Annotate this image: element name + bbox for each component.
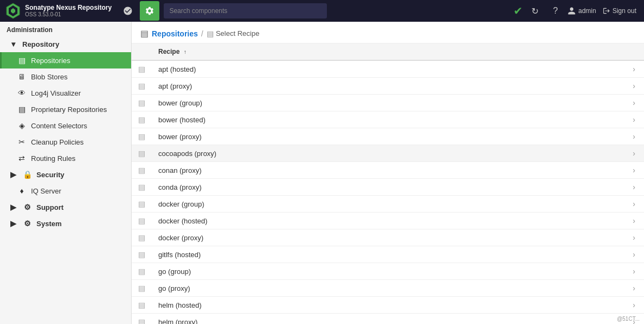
chevron-right-icon: ▶ xyxy=(8,170,18,179)
sidebar-item-system[interactable]: ▶ ⚙ System xyxy=(0,215,131,232)
row-chevron[interactable]: › xyxy=(622,111,644,128)
row-chevron[interactable]: › xyxy=(622,128,644,145)
row-recipe-name: apt (hosted) xyxy=(152,60,622,78)
table-row[interactable]: ▤apt (hosted)› xyxy=(132,60,644,78)
main-layout: Administration ▾ Repository ▤ Repositori… xyxy=(0,22,644,324)
sidebar-item-content-selectors[interactable]: ◈ Content Selectors xyxy=(0,117,131,134)
browse-button[interactable] xyxy=(118,1,138,21)
signout-icon xyxy=(603,7,610,15)
sidebar-item-label: Cleanup Policies xyxy=(31,138,84,146)
refresh-button[interactable]: ↻ xyxy=(526,2,543,20)
sidebar-item-security[interactable]: ▶ 🔒 Security xyxy=(0,166,131,183)
sidebar-item-repository[interactable]: ▾ Repository xyxy=(0,36,131,52)
th-chevron xyxy=(622,43,644,60)
row-icon: ▤ xyxy=(132,111,152,128)
row-icon: ▤ xyxy=(132,78,152,95)
th-recipe[interactable]: Recipe ↑ xyxy=(152,43,622,60)
sidebar-item-proprietary[interactable]: ▤ Proprietary Repositories xyxy=(0,101,131,117)
table-row[interactable]: ▤go (group)› xyxy=(132,263,644,280)
sidebar-item-cleanup-policies[interactable]: ✂ Cleanup Policies xyxy=(0,134,131,150)
search-input[interactable] xyxy=(164,3,327,18)
sidebar-item-log4j[interactable]: 👁 Log4j Visualizer xyxy=(0,85,131,101)
row-icon: ▤ xyxy=(132,196,152,213)
row-chevron[interactable]: › xyxy=(622,246,644,263)
table-body: ▤apt (hosted)›▤apt (proxy)›▤bower (group… xyxy=(132,60,644,324)
breadcrumb-parent[interactable]: Repositories xyxy=(152,29,198,38)
table-row[interactable]: ▤bower (proxy)› xyxy=(132,128,644,145)
content-selectors-icon: ◈ xyxy=(17,121,27,130)
th-icon xyxy=(132,43,152,60)
row-recipe-name: go (proxy) xyxy=(152,280,622,297)
logo-icon xyxy=(4,2,22,20)
table-row[interactable]: ▤helm (hosted)› xyxy=(132,297,644,314)
row-chevron[interactable]: › xyxy=(622,162,644,179)
row-recipe-name: docker (group) xyxy=(152,196,622,213)
row-recipe-name: apt (proxy) xyxy=(152,78,622,95)
row-chevron[interactable]: › xyxy=(622,280,644,297)
sidebar-item-support[interactable]: ▶ ⚙ Support xyxy=(0,199,131,215)
table-row[interactable]: ▤apt (proxy)› xyxy=(132,78,644,95)
row-icon: ▤ xyxy=(132,213,152,229)
sidebar-item-label: System xyxy=(36,220,61,228)
row-chevron[interactable]: › xyxy=(622,78,644,95)
routing-icon: ⇄ xyxy=(17,154,27,163)
breadcrumb-icon: ▤ xyxy=(140,28,148,39)
table-row[interactable]: ▤docker (hosted)› xyxy=(132,213,644,229)
row-chevron[interactable]: › xyxy=(622,95,644,111)
proprietary-icon: ▤ xyxy=(17,105,27,114)
row-chevron[interactable]: › xyxy=(622,60,644,78)
table-row[interactable]: ▤conda (proxy)› xyxy=(132,179,644,196)
sidebar-item-label: Support xyxy=(36,203,64,211)
table-row[interactable]: ▤bower (group)› xyxy=(132,95,644,111)
breadcrumb: ▤ Repositories / ▤ Select Recipe xyxy=(132,22,644,43)
table-row[interactable]: ▤docker (group)› xyxy=(132,196,644,213)
app-logo: Sonatype Nexus Repository OSS 3.53.0-01 xyxy=(4,2,116,20)
signout-button[interactable]: Sign out xyxy=(599,5,640,17)
row-recipe-name: cocoapods (proxy) xyxy=(152,145,622,162)
table-row[interactable]: ▤bower (hosted)› xyxy=(132,111,644,128)
admin-button[interactable] xyxy=(140,1,159,21)
row-chevron[interactable]: › xyxy=(622,145,644,162)
row-recipe-name: bower (proxy) xyxy=(152,128,622,145)
row-recipe-name: conan (proxy) xyxy=(152,162,622,179)
row-recipe-name: bower (group) xyxy=(152,95,622,111)
table-row[interactable]: ▤docker (proxy)› xyxy=(132,229,644,246)
repositories-icon: ▤ xyxy=(17,56,27,65)
row-recipe-name: docker (hosted) xyxy=(152,213,622,229)
watermark: @51CT... xyxy=(617,316,640,322)
row-chevron[interactable]: › xyxy=(622,213,644,229)
browse-icon xyxy=(123,6,133,16)
row-chevron[interactable]: › xyxy=(622,196,644,213)
table-header-row: Recipe ↑ xyxy=(132,43,644,60)
table-row[interactable]: ▤cocoapods (proxy)› xyxy=(132,145,644,162)
sidebar-item-routing-rules[interactable]: ⇄ Routing Rules xyxy=(0,150,131,166)
user-menu[interactable]: admin xyxy=(567,7,596,15)
recipe-table-container[interactable]: Recipe ↑ ▤apt (hosted)›▤apt (proxy)›▤bow… xyxy=(132,43,644,324)
row-chevron[interactable]: › xyxy=(622,179,644,196)
table-row[interactable]: ▤gitlfs (hosted)› xyxy=(132,246,644,263)
table-row[interactable]: ▤conan (proxy)› xyxy=(132,162,644,179)
topbar-right: ✔ ↻ ? admin Sign out xyxy=(513,2,640,20)
row-recipe-name: conda (proxy) xyxy=(152,179,622,196)
row-icon: ▤ xyxy=(132,60,152,78)
row-icon: ▤ xyxy=(132,95,152,111)
row-chevron[interactable]: › xyxy=(622,263,644,280)
row-chevron[interactable]: › xyxy=(622,297,644,314)
sidebar-item-label: Repositories xyxy=(31,57,70,65)
iq-icon: ♦ xyxy=(17,186,27,195)
help-button[interactable]: ? xyxy=(547,2,564,20)
content-area: ▤ Repositories / ▤ Select Recipe Recipe … xyxy=(132,22,644,324)
row-recipe-name: bower (hosted) xyxy=(152,111,622,128)
row-chevron[interactable]: › xyxy=(622,229,644,246)
sidebar-section-admin: Administration xyxy=(0,22,131,36)
sidebar-item-label: Routing Rules xyxy=(31,154,76,163)
sidebar-item-iq-server[interactable]: ♦ IQ Server xyxy=(0,183,131,199)
table-row[interactable]: ▤helm (proxy)› xyxy=(132,314,644,325)
table-row[interactable]: ▤go (proxy)› xyxy=(132,280,644,297)
row-icon: ▤ xyxy=(132,263,152,280)
breadcrumb-separator: / xyxy=(201,29,203,38)
sidebar-item-blob-stores[interactable]: 🖥 Blob Stores xyxy=(0,68,131,85)
sidebar-item-repositories[interactable]: ▤ Repositories xyxy=(0,52,131,68)
sidebar: Administration ▾ Repository ▤ Repositori… xyxy=(0,22,132,324)
signout-label: Sign out xyxy=(612,7,636,15)
